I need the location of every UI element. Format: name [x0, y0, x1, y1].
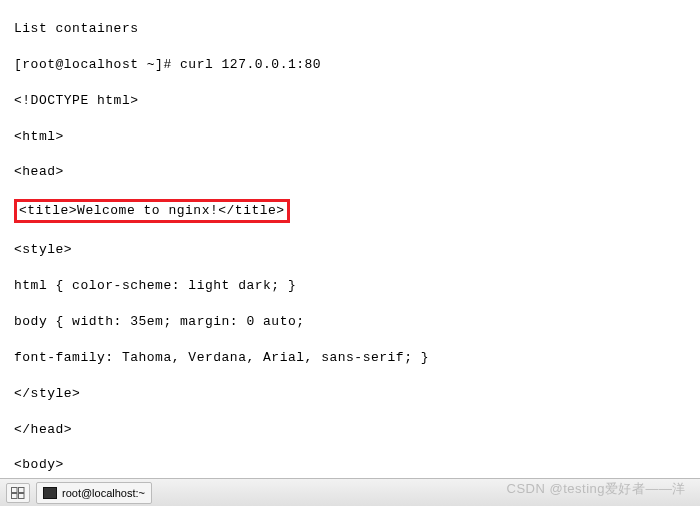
terminal-line: font-family: Tahoma, Verdana, Arial, san…: [14, 349, 694, 367]
terminal-line: <head>: [14, 163, 694, 181]
highlight-title: <title>Welcome to nginx!</title>: [14, 199, 290, 223]
prompt: [root@localhost ~]#: [14, 57, 180, 72]
terminal-line: <!DOCTYPE html>: [14, 92, 694, 110]
terminal-line: </head>: [14, 421, 694, 439]
taskbar-item-terminal[interactable]: root@localhost:~: [36, 482, 152, 504]
taskbar-item-label: root@localhost:~: [62, 487, 145, 499]
svg-rect-2: [12, 493, 18, 498]
svg-rect-0: [12, 487, 18, 492]
terminal-line: <html>: [14, 128, 694, 146]
terminal-line: body { width: 35em; margin: 0 auto;: [14, 313, 694, 331]
command: curl 127.0.0.1:80: [180, 57, 321, 72]
terminal-line: <style>: [14, 241, 694, 259]
terminal-line: List containers: [14, 20, 694, 38]
svg-rect-1: [19, 487, 25, 492]
terminal-line: [root@localhost ~]# curl 127.0.0.1:80: [14, 56, 694, 74]
terminal-output[interactable]: List containers [root@localhost ~]# curl…: [0, 0, 700, 506]
taskbar: root@localhost:~: [0, 478, 700, 506]
terminal-icon: [43, 487, 57, 499]
show-desktop-button[interactable]: [6, 483, 30, 503]
terminal-line: </style>: [14, 385, 694, 403]
show-desktop-icon: [11, 487, 25, 499]
terminal-line: <body>: [14, 456, 694, 474]
svg-rect-3: [19, 493, 25, 498]
terminal-line: html { color-scheme: light dark; }: [14, 277, 694, 295]
terminal-line: <title>Welcome to nginx!</title>: [14, 199, 694, 223]
